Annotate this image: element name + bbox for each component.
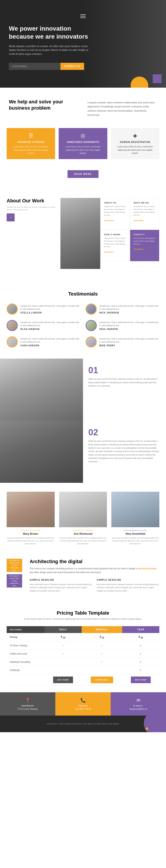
feature-content-2: 02 While we were not the first home clea…: [83, 421, 166, 483]
pricing-price-year: $ 99: [122, 633, 159, 642]
pricing-buy-year: BUY NOW: [122, 674, 159, 686]
footer: Sample text. Click to select the text bo…: [0, 716, 166, 732]
testimonial-name-stella: STELLA LARSON: [20, 312, 80, 314]
hero-title: We power innovation because we are innov…: [9, 25, 93, 41]
feature-monthly-check: ✓: [82, 658, 122, 666]
arch-headline-title-2: SAMPLE HEADLINE: [97, 579, 159, 581]
contact-text: A the text box Click again or double cli…: [134, 237, 156, 245]
arch-description: The result of our company branding proce…: [30, 567, 159, 574]
how-it-works-cell: HOW IT WORK Sample text. Click to select…: [100, 230, 130, 261]
card-title-3: DOMAIN REGISTRATION: [115, 141, 156, 143]
about-us-link[interactable]: View More: [104, 219, 114, 222]
avatar-cash: [7, 336, 18, 347]
team-role-mary: creative leader: [7, 529, 55, 531]
avatar-olga: [7, 320, 18, 331]
about-arrow-button[interactable]: →: [7, 213, 14, 221]
pricing-price-label: Pricing: [7, 633, 44, 642]
team-desc-mary: Quas amet illest libero molestie arcu at…: [7, 537, 55, 545]
avatar-paul: [86, 320, 97, 331]
buy-year-button[interactable]: BUY NOW: [131, 677, 151, 683]
testimonial-text-olga: Sample text. Click to select the text bo…: [20, 321, 80, 327]
testimonial-text-paul: Sample text. Click to select the text bo…: [99, 321, 159, 327]
about-main-image: [60, 198, 100, 269]
arch-content: Architecting the digital The result of o…: [30, 559, 159, 597]
pricing-price-daily: $ 29: [44, 633, 82, 642]
feature-label: Certificate: [7, 666, 44, 674]
feature-image-1: [0, 359, 83, 421]
help-section: We help and solve your business problem …: [0, 88, 166, 128]
arch-box-1[interactable]: Click again or double click to start edi…: [7, 559, 22, 572]
contact-address: 📍 ADDRESS 27-13 Lover Heaven: [0, 692, 55, 716]
pricing-price-row: Pricing $ 29 $ 59 $ 99: [7, 633, 159, 642]
what-we-do-link[interactable]: View More: [134, 219, 143, 222]
pricing-features-header: FEATURES: [7, 626, 44, 633]
testimonial-name-olga: OLGA IVANOVA: [20, 328, 80, 330]
footer-text: Sample text. Click to select the text bo…: [9, 722, 157, 725]
about-us-title: ABOUT US: [104, 202, 126, 204]
contact-button[interactable]: CONTACT US: [60, 63, 84, 70]
team-role-ann: creative leader: [59, 529, 107, 531]
phone-value: +54 396 0 76 91: [60, 708, 106, 710]
arch-headline-1: SAMPLE HEADLINE justo amet justo ipsum v…: [30, 579, 92, 597]
pricing-buy-daily: BUY NOW: [44, 674, 82, 686]
testimonials-title: Testimonials: [7, 291, 159, 297]
feature-daily-check: ✓: [44, 642, 82, 650]
team-photo-ann: [59, 492, 107, 527]
email-input[interactable]: [9, 63, 60, 70]
testimonial-text-mike: Sample text. Click to select the text bo…: [99, 337, 159, 344]
feature-content-1: 01 While we were not the first home clea…: [83, 359, 166, 421]
about-sample-text: Sample text. Click to select the text bo…: [7, 206, 56, 211]
feature-label: Individual Consulting: [7, 658, 44, 666]
arch-headline-2: SAMPLE HEADLINE justo amet justo ipsum v…: [97, 579, 159, 597]
pricing-section: Pricing Table Template Lorem ipsum dolor…: [0, 603, 166, 692]
testimonial-item: Sample text. Click to select the text bo…: [7, 320, 80, 331]
hero-description: Media aliquam ut porttitor lei a duam. A…: [9, 44, 93, 56]
storage-icon: ☰: [10, 132, 51, 139]
testimonial-item: Sample text. Click to select the text bo…: [7, 336, 80, 347]
card-desc-1: Lorem ipsum dolor sit amet, consectetur …: [10, 145, 51, 155]
buy-monthly-button[interactable]: OFFER BUY: [91, 677, 113, 683]
footer-gold-dot: [146, 727, 148, 730]
contact-email: ✉ E-MAIL business@info.co: [111, 692, 166, 716]
what-we-do-cell: WHAT WE DO Sample text. Click to select …: [130, 198, 159, 230]
read-more-button[interactable]: READ MORE: [68, 170, 98, 178]
pricing-subtitle: Lorem ipsum dolor sit amet. Consecutive …: [7, 617, 159, 621]
pricing-monthly-header: MONTHLY: [82, 626, 122, 633]
about-section: About Our Work Sample text. Click to sel…: [0, 193, 166, 282]
help-title: We help and solve your business problem: [9, 99, 79, 112]
pricing-daily-header: DAILY: [44, 626, 82, 633]
arch-box-2[interactable]: Click again or double click to start edi…: [7, 574, 22, 588]
arch-headline-text-1: justo amet justo ipsum vulputat et phare…: [30, 583, 92, 592]
testimonial-text-stella: Sample text. Click to select the text bo…: [20, 304, 80, 311]
how-it-works-link[interactable]: View More: [104, 251, 114, 253]
table-row: Coffee and Lunch ✓ ✓ ✓: [7, 650, 159, 658]
testimonial-item: Sample text. Click to select the text bo…: [86, 304, 159, 315]
gold-circle-decoration: [131, 76, 148, 88]
phone-label: PHONE: [60, 705, 106, 707]
table-row: Certificate ✓: [7, 666, 159, 674]
hamburger-menu[interactable]: [9, 14, 157, 18]
about-us-cell: ABOUT US Sample text. Click to select th…: [100, 198, 130, 230]
cards-row: ☰ UNLIMITED STORAGE Lorem ipsum dolor si…: [0, 128, 166, 163]
team-member-1: creative leader Mary Brown Quas amet ill…: [7, 492, 55, 545]
feature-daily-check: ✓: [44, 650, 82, 658]
hero-form: CONTACT US: [9, 63, 84, 70]
feature-daily-empty: [44, 666, 82, 674]
avatar-stella: [7, 304, 18, 315]
feature-monthly-check: ✓: [82, 650, 122, 658]
buy-daily-button[interactable]: BUY NOW: [53, 677, 73, 683]
feature-year-check: ✓: [122, 650, 159, 658]
card-desc-3: Lorem ipsum dolor sit amet, consectetur …: [115, 145, 156, 155]
help-left: We help and solve your business problem: [9, 99, 79, 117]
pricing-price-monthly: $ 59: [82, 633, 122, 642]
arch-headline-title-1: SAMPLE HEADLINE: [30, 579, 92, 581]
how-it-works-text: Sample text. Click to select the text bo…: [104, 237, 126, 248]
address-value: 27-13 Lover Heaven: [4, 708, 51, 710]
domain-icon: ◈: [115, 132, 156, 139]
feature-monthly-check: ✓: [82, 642, 122, 650]
contact-link[interactable]: View More: [134, 248, 143, 250]
team-member-3: programming guru Nina Greenfield Quas am…: [111, 492, 159, 545]
team-member-2: creative leader Ann Richmond Quas amet i…: [59, 492, 107, 545]
table-row: 10 Hours Training ✓ ✓ ✓: [7, 642, 159, 650]
arch-headlines: SAMPLE HEADLINE justo amet justo ipsum v…: [30, 579, 159, 597]
